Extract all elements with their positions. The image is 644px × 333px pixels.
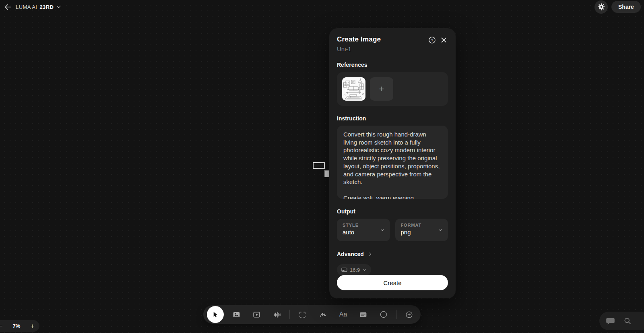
image-tool-button[interactable] xyxy=(229,307,244,322)
plus-circle-icon xyxy=(405,310,413,319)
search-button[interactable] xyxy=(623,317,632,325)
canvas-object-rectangle[interactable] xyxy=(313,162,325,169)
toolbar-divider xyxy=(289,310,290,319)
cursor-icon xyxy=(212,311,219,319)
advanced-label: Advanced xyxy=(337,251,364,257)
output-label: Output xyxy=(337,208,448,215)
references-label: References xyxy=(337,62,448,68)
text-tool-label: Aa xyxy=(339,311,347,318)
audio-tool-button[interactable] xyxy=(269,307,285,322)
shape-tool-button[interactable] xyxy=(376,307,391,322)
chat-bubble-icon xyxy=(606,317,615,325)
plus-icon: + xyxy=(379,84,384,94)
select-tool-button[interactable] xyxy=(207,306,224,323)
audio-waveform-icon xyxy=(273,310,281,319)
board-name: 23RD xyxy=(39,4,54,10)
advanced-toggle[interactable]: Advanced xyxy=(337,251,373,257)
chevron-down-icon xyxy=(56,4,62,10)
frame-tool-button[interactable] xyxy=(295,307,310,322)
help-button[interactable]: ? xyxy=(427,35,436,44)
gear-icon xyxy=(598,3,605,10)
card-icon xyxy=(359,310,367,319)
chevron-down-icon xyxy=(362,268,367,272)
style-dropdown[interactable]: STYLE auto xyxy=(337,219,390,241)
add-reference-button[interactable]: + xyxy=(370,77,393,101)
svg-text:?: ? xyxy=(431,38,433,42)
instruction-text: Convert this rough hand-drawn living roo… xyxy=(343,130,442,199)
aspect-ratio-icon xyxy=(341,267,347,272)
zoom-control: − 7% + xyxy=(0,320,39,332)
panel-title: Create Image xyxy=(337,35,381,43)
arrow-left-icon xyxy=(4,3,12,11)
draw-tool-button[interactable] xyxy=(315,307,330,322)
add-tool-button[interactable] xyxy=(402,307,417,322)
chevron-right-icon xyxy=(367,252,373,257)
model-name: Uni-1 xyxy=(337,46,448,52)
top-bar-right: Share xyxy=(594,0,641,14)
close-button[interactable] xyxy=(439,35,448,44)
video-icon xyxy=(252,310,261,319)
create-button-label: Create xyxy=(383,279,401,286)
back-button[interactable] xyxy=(4,3,12,11)
format-dropdown-value: png xyxy=(401,229,443,236)
reference-thumbnail[interactable] xyxy=(342,77,365,101)
aspect-ratio-value: 16:9 xyxy=(350,267,360,273)
tool-bar: Aa xyxy=(203,305,421,324)
bottom-right-bar xyxy=(599,312,644,330)
comments-button[interactable] xyxy=(606,317,615,325)
close-icon xyxy=(441,37,447,43)
create-image-panel: Create Image ? Uni-1 References xyxy=(329,28,456,298)
format-dropdown-label: FORMAT xyxy=(401,223,443,228)
chevron-down-icon xyxy=(380,227,385,233)
workspace-label: LUMA AI xyxy=(16,4,37,10)
video-tool-button[interactable] xyxy=(249,307,264,322)
toolbar-divider xyxy=(396,310,397,319)
frame-icon xyxy=(298,310,307,319)
image-icon xyxy=(232,310,241,319)
instruction-label: Instruction xyxy=(337,115,448,122)
text-tool-button[interactable]: Aa xyxy=(336,307,351,322)
card-tool-button[interactable] xyxy=(356,307,371,322)
create-button[interactable]: Create xyxy=(337,275,448,290)
instruction-textarea[interactable]: Convert this rough hand-drawn living roo… xyxy=(337,126,448,199)
aspect-ratio-chip[interactable]: 16:9 xyxy=(337,264,371,275)
references-box: + xyxy=(337,72,448,106)
settings-button[interactable] xyxy=(594,0,608,14)
style-dropdown-label: STYLE xyxy=(343,223,384,228)
canvas[interactable]: LUMA AI 23RD Share xyxy=(0,0,644,333)
circle-shape-icon xyxy=(379,310,388,319)
search-icon xyxy=(623,317,632,325)
zoom-in-button[interactable]: + xyxy=(31,323,34,329)
scribble-icon xyxy=(319,310,327,319)
board-title-dropdown[interactable]: LUMA AI 23RD xyxy=(16,4,62,10)
format-dropdown[interactable]: FORMAT png xyxy=(395,219,448,241)
share-label: Share xyxy=(618,4,634,10)
living-room-sketch-image xyxy=(342,77,365,101)
help-icon: ? xyxy=(428,36,436,44)
style-dropdown-value: auto xyxy=(343,229,384,236)
chevron-down-icon xyxy=(438,227,443,233)
top-bar-left: LUMA AI 23RD xyxy=(4,2,62,12)
zoom-out-button[interactable]: − xyxy=(0,323,2,329)
share-button[interactable]: Share xyxy=(611,1,641,13)
zoom-level: 7% xyxy=(13,323,21,329)
